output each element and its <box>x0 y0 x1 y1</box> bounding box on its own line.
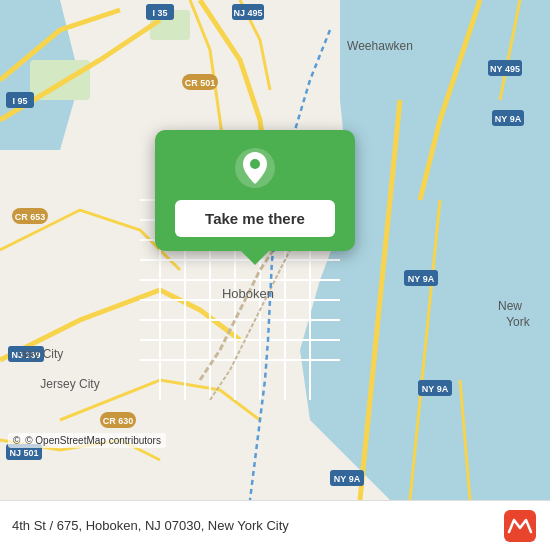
osm-attribution: © © OpenStreetMap contributors <box>8 433 166 448</box>
location-pin-icon <box>233 146 277 190</box>
svg-text:NJ 501: NJ 501 <box>9 448 38 458</box>
address-text: 4th St / 675, Hoboken, NJ 07030, New Yor… <box>12 518 289 533</box>
svg-text:CR 501: CR 501 <box>185 78 216 88</box>
popup-card: Take me there <box>155 130 355 251</box>
svg-text:NY 9A: NY 9A <box>495 114 522 124</box>
footer-bar: 4th St / 675, Hoboken, NJ 07030, New Yor… <box>0 500 550 550</box>
osm-icon: © <box>13 435 20 446</box>
svg-text:sey City: sey City <box>21 347 64 361</box>
svg-text:CR 630: CR 630 <box>103 416 134 426</box>
map-container: I 35 NJ 495 NY 495 NY 9A CR 501 I 95 CR … <box>0 0 550 500</box>
svg-text:NY 9A: NY 9A <box>408 274 435 284</box>
svg-text:Hoboken: Hoboken <box>222 286 274 301</box>
svg-point-38 <box>250 159 260 169</box>
svg-text:New: New <box>498 299 522 313</box>
svg-text:York: York <box>506 315 531 329</box>
take-me-there-button[interactable]: Take me there <box>175 200 335 237</box>
svg-text:Weehawken: Weehawken <box>347 39 413 53</box>
app: I 35 NJ 495 NY 495 NY 9A CR 501 I 95 CR … <box>0 0 550 550</box>
svg-text:NY 9A: NY 9A <box>334 474 361 484</box>
svg-text:NJ 495: NJ 495 <box>233 8 262 18</box>
moovit-brand-icon <box>504 510 536 542</box>
svg-text:I 95: I 95 <box>12 96 27 106</box>
svg-text:NY 495: NY 495 <box>490 64 520 74</box>
svg-text:Jersey City: Jersey City <box>40 377 99 391</box>
svg-text:NY 9A: NY 9A <box>422 384 449 394</box>
svg-text:I 35: I 35 <box>152 8 167 18</box>
moovit-logo <box>504 510 536 542</box>
svg-text:CR 653: CR 653 <box>15 212 46 222</box>
